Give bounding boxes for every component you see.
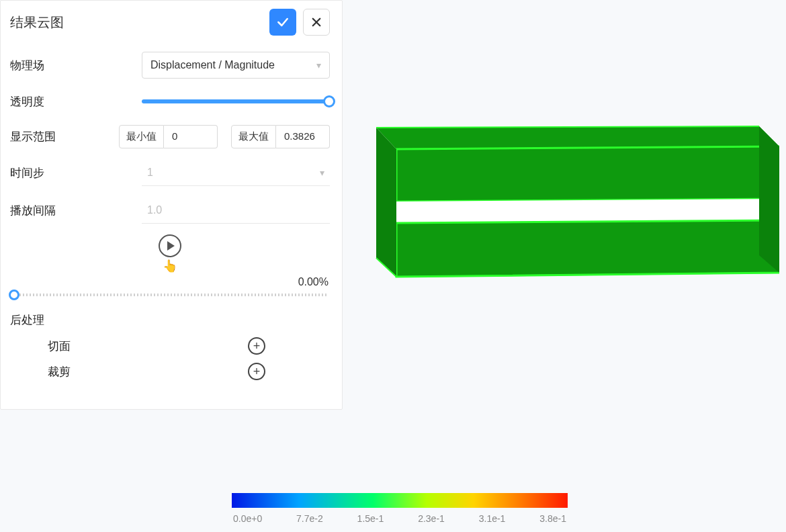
section-plane-row: 切面 + [10, 337, 265, 355]
min-input[interactable]: 0 [164, 125, 218, 148]
play-control: 👆 [10, 234, 330, 273]
range-inputs: 最小值 0 最大值 0.3826 [119, 125, 330, 148]
svg-marker-3 [396, 146, 779, 202]
range-row: 显示范围 最小值 0 最大值 0.3826 [10, 124, 330, 148]
add-clip-button[interactable]: + [248, 363, 265, 380]
max-label: 最大值 [231, 125, 276, 148]
clip-row: 裁剪 + [10, 363, 265, 380]
header-buttons [269, 9, 330, 36]
legend-tick: 2.3e-1 [418, 513, 445, 524]
interval-row: 播放间隔 1.0 [10, 197, 330, 224]
add-section-plane-button[interactable]: + [248, 337, 265, 355]
physics-value: Displacement / Magnitude [150, 59, 275, 71]
chevron-down-icon: ▾ [320, 167, 324, 178]
postprocess-title: 后处理 [10, 312, 330, 328]
progress-slider[interactable] [13, 294, 327, 296]
min-pair: 最小值 0 [119, 125, 218, 148]
interval-value: 1.0 [147, 204, 162, 216]
physics-label: 物理场 [10, 58, 91, 73]
panel-header: 结果云图 [10, 9, 330, 36]
play-icon [167, 241, 175, 251]
svg-marker-5 [396, 220, 779, 277]
opacity-label: 透明度 [10, 94, 91, 109]
legend-ticks: 0.0e+0 7.7e-2 1.5e-1 2.3e-1 3.1e-1 3.8e-… [232, 513, 568, 524]
viewport-3d[interactable] [356, 94, 779, 309]
result-cloud-panel: 结果云图 物理场 Displacement / Magnitude ▾ 透明度 … [0, 0, 343, 410]
svg-marker-4 [396, 199, 779, 223]
max-pair: 最大值 0.3826 [231, 125, 330, 148]
svg-marker-2 [376, 126, 779, 149]
interval-input[interactable]: 1.0 [142, 197, 330, 224]
timestep-row: 时间步 1 ▾ [10, 159, 330, 186]
timestep-select[interactable]: 1 ▾ [142, 159, 330, 186]
panel-title: 结果云图 [10, 13, 64, 32]
close-button[interactable] [303, 9, 330, 36]
legend-tick: 3.8e-1 [539, 513, 566, 524]
progress-percent: 0.00% [10, 276, 329, 288]
chevron-down-icon: ▾ [316, 60, 321, 71]
section-plane-label: 切面 [48, 339, 71, 354]
range-label: 显示范围 [10, 129, 91, 144]
timestep-value: 1 [147, 167, 153, 179]
timestep-label: 时间步 [10, 165, 91, 181]
physics-select[interactable]: Displacement / Magnitude ▾ [142, 52, 330, 79]
legend-tick: 3.1e-1 [479, 513, 506, 524]
close-icon [310, 16, 322, 28]
plus-icon: + [253, 340, 261, 352]
play-button[interactable] [159, 234, 181, 257]
check-icon [276, 15, 290, 29]
model-geometry [356, 94, 779, 309]
interval-label: 播放间隔 [10, 203, 91, 218]
legend-tick: 0.0e+0 [233, 513, 262, 524]
color-legend: 0.0e+0 7.7e-2 1.5e-1 2.3e-1 3.1e-1 3.8e-… [232, 493, 568, 524]
legend-tick: 1.5e-1 [357, 513, 384, 524]
legend-gradient [232, 493, 568, 508]
opacity-slider[interactable] [142, 99, 330, 103]
svg-marker-6 [759, 126, 779, 273]
legend-tick: 7.7e-2 [296, 513, 323, 524]
min-label: 最小值 [119, 125, 164, 148]
max-input[interactable]: 0.3826 [276, 125, 330, 148]
svg-marker-7 [376, 128, 396, 277]
physics-row: 物理场 Displacement / Magnitude ▾ [10, 52, 330, 79]
progress-thumb[interactable] [9, 290, 19, 300]
opacity-slider-thumb[interactable] [323, 95, 335, 107]
clip-label: 裁剪 [48, 364, 71, 380]
opacity-row: 透明度 [10, 89, 330, 114]
confirm-button[interactable] [269, 9, 296, 36]
cursor-hand-icon: 👆 [163, 259, 177, 273]
plus-icon: + [253, 365, 261, 378]
